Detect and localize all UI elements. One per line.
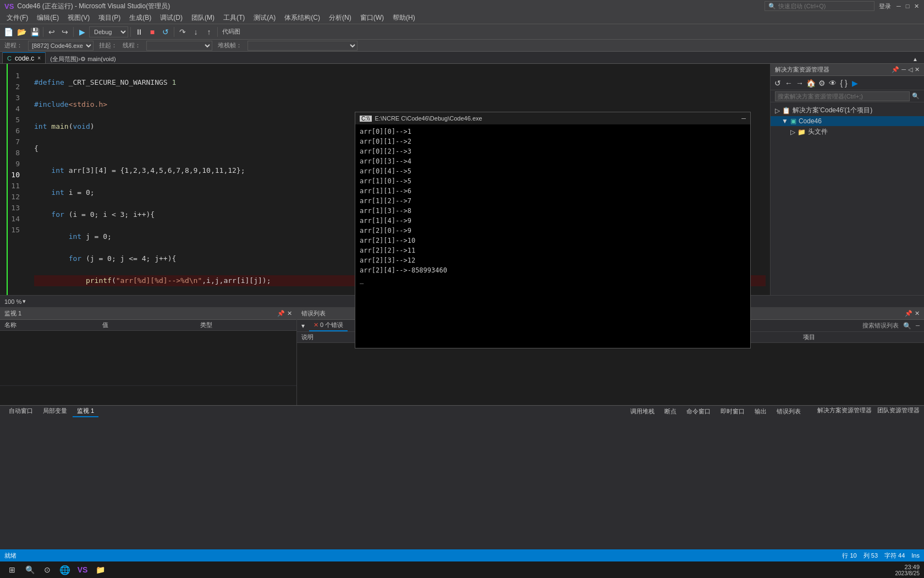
console-line-1: arr[0][1]-->2 (360, 137, 746, 146)
maximize-button[interactable]: □ (904, 3, 911, 9)
tab-auto-window[interactable]: 自动窗口 (4, 406, 37, 417)
stack-label: 堆栈帧： (218, 41, 242, 50)
tab-command[interactable]: 命令窗口 (682, 406, 715, 417)
error-tab-errors[interactable]: ✕ 0 个错误 (309, 320, 348, 331)
menu-project[interactable]: 项目(P) (94, 12, 125, 24)
login-label[interactable]: 登录 (879, 2, 891, 10)
search-button[interactable]: 🔍 (22, 562, 37, 577)
menu-arch[interactable]: 体系结构(C) (280, 12, 324, 24)
thread-dropdown[interactable] (146, 41, 212, 51)
solution-search: 🔍 (771, 90, 924, 102)
tree-solution[interactable]: ▷ 📋 解决方案'Code46'(1个项目) (771, 105, 924, 116)
thread-label: 挂起： (99, 41, 117, 50)
sol-code[interactable]: { } (839, 78, 849, 88)
error-body (297, 343, 924, 398)
minimize-button[interactable]: ─ (895, 3, 902, 9)
process-dropdown[interactable]: [8872] Code46.exe (28, 41, 94, 51)
menu-debug[interactable]: 调试(D) (156, 12, 187, 24)
watch-col-name: 名称 (0, 320, 98, 331)
taskbar-time: 23:49 2023/8/25 (895, 564, 920, 576)
toolbar-new[interactable]: 📄 (2, 26, 14, 38)
toolbar-open[interactable]: 📂 (15, 26, 28, 38)
menu-analyze[interactable]: 分析(N) (324, 12, 356, 24)
sol-home[interactable]: 🏠 (806, 78, 816, 88)
menu-window[interactable]: 窗口(W) (356, 12, 388, 24)
tab-watch1[interactable]: 监视 1 (73, 406, 98, 417)
menu-view[interactable]: 视图(V) (63, 12, 94, 24)
sol-refresh[interactable]: ↺ (773, 78, 783, 88)
console-cursor: _ (360, 275, 746, 285)
watch-close[interactable]: ✕ (287, 310, 292, 317)
sol-forward[interactable]: → (795, 78, 805, 88)
tab-code-c[interactable]: C code.c × (2, 52, 46, 63)
subfolder-label: 头文件 (808, 127, 828, 137)
debug-config-dropdown[interactable]: Debug Release (89, 26, 128, 37)
tab-locals[interactable]: 局部变量 (38, 406, 72, 417)
vs-taskbar-button[interactable]: VS (75, 562, 90, 577)
sol-filter[interactable]: ▶ (850, 78, 860, 88)
tree-subfolder[interactable]: ▷ 📁 头文件 (771, 126, 924, 138)
menu-team[interactable]: 团队(M) (187, 12, 219, 24)
toolbar-stepover[interactable]: ↷ (177, 26, 189, 38)
collapse-icon[interactable]: ─ (901, 66, 906, 73)
editor-expand[interactable]: ▲ (911, 54, 920, 63)
toolbar-stepinto[interactable]: ↓ (190, 26, 202, 38)
watch-pin[interactable]: 📌 (277, 310, 285, 317)
menu-file[interactable]: 文件(F) (2, 12, 32, 24)
solution-link[interactable]: 解决方案资源管理器 (817, 406, 872, 417)
error-pin[interactable]: 📌 (905, 310, 912, 317)
error-search-icon[interactable]: 🔍 (903, 322, 911, 330)
tree-project[interactable]: ▼ ▣ Code46 (771, 116, 924, 126)
toolbar-undo[interactable]: ↩ (46, 26, 58, 38)
error-filter-icon[interactable]: ▾ (301, 322, 305, 330)
stack-dropdown[interactable] (248, 41, 358, 51)
auto-hide-icon[interactable]: ◁ (908, 66, 912, 73)
start-button[interactable]: ⊞ (4, 562, 20, 577)
tab-callstack[interactable]: 调用堆栈 (626, 406, 659, 417)
solution-explorer-header: 解决方案资源管理器 📌 ─ ◁ ✕ (771, 64, 924, 76)
error-close[interactable]: ✕ (915, 310, 920, 317)
sol-back[interactable]: ← (784, 78, 794, 88)
tab-output[interactable]: 输出 (750, 406, 771, 417)
sol-preview[interactable]: 👁 (828, 78, 838, 88)
sol-props[interactable]: ⚙ (817, 78, 827, 88)
console-line-0: arr[0][0]-->1 (360, 127, 746, 137)
close-panel-icon[interactable]: ✕ (915, 66, 920, 73)
menu-test[interactable]: 测试(A) (249, 12, 280, 24)
file-explorer-button[interactable]: 📁 (92, 562, 108, 577)
separator5 (217, 27, 218, 37)
toolbar-redo[interactable]: ↪ (59, 26, 71, 38)
pin-icon[interactable]: 📌 (892, 66, 899, 73)
toolbar-pause[interactable]: ⏸ (133, 26, 145, 38)
menu-build[interactable]: 生成(B) (125, 12, 156, 24)
thread2-label: 线程： (123, 41, 141, 50)
toolbar-stepout[interactable]: ↑ (203, 26, 215, 38)
toolbar-save[interactable]: 💾 (29, 26, 41, 38)
tab-breakpoints[interactable]: 断点 (660, 406, 681, 417)
error-search-close[interactable]: ─ (916, 323, 920, 329)
separator4 (174, 27, 174, 37)
close-button[interactable]: ✕ (913, 3, 920, 9)
menu-edit[interactable]: 编辑(E) (32, 12, 63, 24)
menu-tools[interactable]: 工具(T) (219, 12, 249, 24)
solution-label: 解决方案'Code46'(1个项目) (793, 106, 872, 115)
tab-close-code-c[interactable]: × (37, 55, 41, 61)
zoom-dropdown-arrow[interactable]: ▾ (23, 298, 26, 305)
tab-immediate[interactable]: 即时窗口 (716, 406, 749, 417)
toolbar-restart[interactable]: ↺ (160, 26, 172, 38)
edge-button[interactable]: 🌐 (57, 562, 73, 577)
solution-toolbar: ↺ ← → 🏠 ⚙ 👁 { } ▶ (771, 76, 924, 90)
toolbar-continue[interactable]: ▶ (76, 26, 88, 38)
solution-search-input[interactable] (775, 91, 910, 101)
team-link[interactable]: 团队资源管理器 (877, 406, 920, 417)
tab-error-list[interactable]: 错误列表 (772, 406, 805, 417)
toolbar-stop[interactable]: ■ (146, 26, 158, 38)
error-col-proj: 项目 (799, 332, 924, 343)
quick-launch-input[interactable] (778, 3, 866, 9)
breadcrumb-left[interactable]: (全局范围) (50, 55, 78, 63)
breadcrumb-right[interactable]: ⚙ main(void) (80, 56, 116, 63)
menu-help[interactable]: 帮助(H) (388, 12, 420, 24)
folder-icon: 📁 (798, 128, 806, 136)
task-view-button[interactable]: ⊙ (40, 562, 55, 577)
console-minimize[interactable]: ─ (741, 115, 746, 122)
